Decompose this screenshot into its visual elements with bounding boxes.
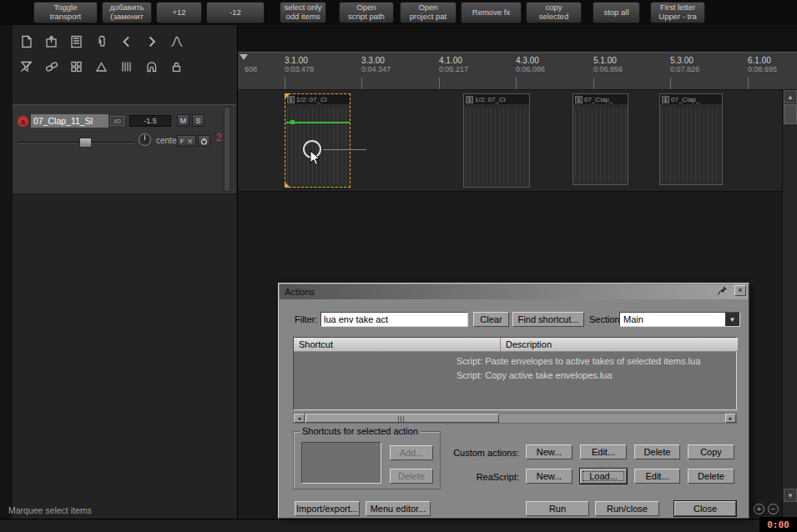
pan-knob[interactable] <box>139 133 151 146</box>
item-label-bar: 1 1/2: 07_Cl <box>285 94 350 104</box>
media-item-4[interactable]: 1 07_Clap_ <box>659 93 723 185</box>
action-row-1[interactable]: Script: Paste envelopes to active takes … <box>457 356 700 366</box>
grid-blocks-icon[interactable] <box>64 55 89 78</box>
import-export-button[interactable]: Import/export... <box>295 501 360 516</box>
attach-icon[interactable] <box>89 30 114 53</box>
pin-icon[interactable] <box>717 285 729 296</box>
track-2-lane[interactable]: 1 1/2: 07_Cl 1 1/2: 07_Cl <box>238 90 797 192</box>
bottom-scroll-strip[interactable] <box>0 519 797 532</box>
toolbar-button-open-script-path[interactable]: Open script path <box>339 2 394 23</box>
item-corner-handle[interactable] <box>285 182 290 188</box>
link-icon[interactable] <box>39 55 64 78</box>
take-envelope-line[interactable] <box>285 122 350 123</box>
reascript-edit-button[interactable]: Edit... <box>634 469 680 484</box>
action-list[interactable]: Shortcut Description Script: Paste envel… <box>293 337 737 410</box>
toolbar-button-select-odd[interactable]: select only odd items <box>280 2 326 23</box>
chevron-right-icon[interactable] <box>139 30 164 53</box>
filter-input[interactable] <box>320 312 468 327</box>
envelope-guide-line <box>323 149 366 150</box>
run-close-button[interactable]: Run/close <box>595 501 659 516</box>
toolbar-button-remove-fx[interactable]: Remove fx <box>461 2 522 23</box>
save-project-icon[interactable] <box>64 30 89 53</box>
toolbar-button-open-project-path[interactable]: Open project pat <box>400 2 457 23</box>
chevron-down-icon[interactable]: ▼ <box>725 313 739 326</box>
media-item-1[interactable]: 1 1/2: 07_Cl <box>285 93 351 188</box>
fx-button[interactable]: F X <box>177 135 196 147</box>
snap-magnet-icon[interactable] <box>139 55 164 78</box>
toolbar-button-minus12[interactable]: -12 <box>206 2 265 23</box>
delete-shortcut-button[interactable]: Delete <box>390 469 433 484</box>
action-row-2[interactable]: Script: Copy active take envelopes.lua <box>457 370 613 380</box>
dialog-titlebar[interactable]: Actions <box>280 284 748 299</box>
custom-new-button[interactable]: New... <box>526 444 573 459</box>
track-control-panel: a 07_Clap_11_Sl I/O -1.5 M S center F X … <box>0 25 238 519</box>
new-document-icon[interactable] <box>14 30 39 53</box>
shortcut-listbox[interactable] <box>301 442 381 484</box>
column-header-description[interactable]: Description <box>501 338 738 352</box>
chevron-left-icon[interactable] <box>114 30 139 53</box>
media-item-2[interactable]: 1 1/2: 07_Cl <box>463 93 530 188</box>
scroll-right-icon[interactable]: ► <box>725 414 736 423</box>
list-horizontal-scrollbar[interactable]: ◄ ► <box>293 413 737 424</box>
scroll-up-button[interactable]: ▲ <box>784 90 797 103</box>
edit-cursor-marker-icon[interactable] <box>240 54 248 60</box>
run-button[interactable]: Run <box>526 501 589 516</box>
hscroll-thumb[interactable] <box>305 414 499 423</box>
record-arm-button[interactable]: a <box>18 116 28 127</box>
ruler-edge-time: 608 <box>245 65 257 73</box>
waveform <box>662 108 720 182</box>
custom-edit-button[interactable]: Edit... <box>580 444 627 459</box>
toolbar-button-toggle-transport[interactable]: Toggle transport <box>33 2 98 23</box>
column-header-shortcut[interactable]: Shortcut <box>294 338 501 352</box>
scrollbar-thumb[interactable] <box>784 104 797 124</box>
envelope-triangle-icon[interactable] <box>89 55 114 78</box>
clear-button[interactable]: Clear <box>473 312 509 327</box>
filter-label: Filter: <box>295 314 318 324</box>
menu-editor-button[interactable]: Menu editor... <box>366 501 431 516</box>
zoom-out-icon[interactable]: − <box>768 504 779 514</box>
grid-lines-icon[interactable] <box>114 55 139 78</box>
solo-button[interactable]: S <box>192 114 204 127</box>
vertical-scrollbar[interactable]: ▲ ▼ <box>782 90 797 519</box>
toolbar-button-plus12[interactable]: +12 <box>156 2 202 23</box>
media-item-3[interactable]: 1 07_Clap_ <box>573 93 628 185</box>
section-dropdown[interactable]: Main ▼ <box>619 312 740 327</box>
reascript-load-button[interactable]: Load... <box>580 469 627 484</box>
toolbar-button-add-replace[interactable]: добавить (заменит <box>102 2 152 23</box>
zoom-in-icon[interactable]: + <box>754 504 764 514</box>
add-shortcut-button[interactable]: Add... <box>390 445 433 460</box>
envelope-point[interactable] <box>290 120 295 124</box>
reascript-delete-button[interactable]: Delete <box>688 469 734 484</box>
fade-in-handle[interactable] <box>285 93 290 99</box>
toolbar-button-stop-all[interactable]: stop all <box>593 2 640 23</box>
find-shortcut-button[interactable]: Find shortcut... <box>512 312 584 327</box>
custom-copy-button[interactable]: Copy <box>688 444 734 459</box>
open-project-icon[interactable] <box>39 30 64 53</box>
volume-readout[interactable]: -1.5 <box>129 115 171 127</box>
fx-power-icon[interactable] <box>198 135 210 147</box>
ruler-marker-2: 3.3.000:04.347 <box>361 56 391 73</box>
io-button[interactable]: I/O <box>110 116 124 126</box>
custom-delete-button[interactable]: Delete <box>634 444 680 459</box>
slider-thumb[interactable] <box>79 138 92 148</box>
groupbox-label: Shortcuts for selected action <box>300 426 421 436</box>
close-button[interactable]: Close <box>674 501 736 516</box>
lock-icon[interactable] <box>164 55 189 78</box>
mute-button[interactable]: M <box>177 114 189 127</box>
tcp-scrollbar[interactable] <box>224 107 230 192</box>
toolbar-button-copy-selected[interactable]: copy selected <box>526 2 582 23</box>
reaper-window: Toggle transport добавить (заменит +12 -… <box>0 0 797 532</box>
track-2-panel: a 07_Clap_11_Sl I/O -1.5 M S center F X … <box>13 104 236 194</box>
track-name-field[interactable]: 07_Clap_11_Sl <box>31 114 108 128</box>
section-label: Section: <box>589 314 623 324</box>
volume-slider[interactable] <box>18 138 134 148</box>
close-icon[interactable]: × <box>734 285 746 296</box>
scroll-down-button[interactable]: ▼ <box>784 489 797 502</box>
reascript-new-button[interactable]: New... <box>526 469 573 484</box>
toolbar-button-first-letter-upper[interactable]: First letter Upper - tra <box>650 2 705 23</box>
metronome-icon[interactable] <box>164 30 189 53</box>
filter-off-icon[interactable] <box>14 55 39 78</box>
timeline-ruler[interactable]: 608 3.1.000:03.478 3.3.000:04.347 4.1.00… <box>238 52 797 90</box>
ruler-marker-7: 6.1.000:08.695 <box>748 56 777 73</box>
scroll-left-icon[interactable]: ◄ <box>294 414 305 423</box>
